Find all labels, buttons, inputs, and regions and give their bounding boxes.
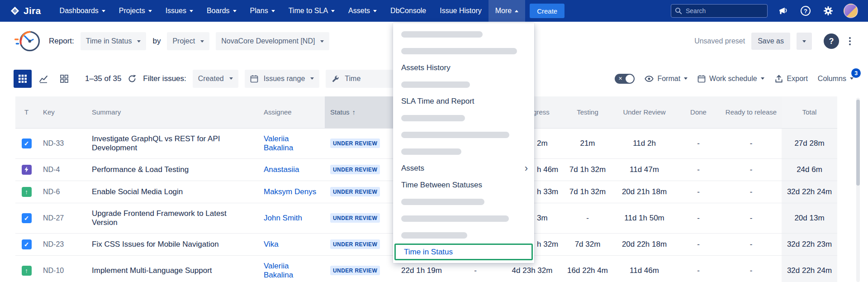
- more-options-button[interactable]: [845, 34, 854, 48]
- issue-summary: Enable Social Media Login: [86, 181, 258, 203]
- time-cell: -: [721, 158, 782, 181]
- grid-icon: [19, 75, 27, 83]
- create-button[interactable]: Create: [530, 4, 564, 18]
- group-by-select[interactable]: Project: [167, 32, 209, 50]
- menu-item-assets-history[interactable]: Assets History: [393, 59, 534, 76]
- menu-item-skeleton: [393, 110, 534, 126]
- filter-field-select[interactable]: Created: [193, 70, 238, 88]
- gear-icon: [823, 5, 834, 16]
- vertical-scrollbar[interactable]: [856, 98, 860, 282]
- work-schedule-button[interactable]: Work schedule: [697, 75, 764, 83]
- menu-item-label: SLA Time and Report: [401, 97, 474, 106]
- nav-item-assets[interactable]: Assets: [342, 0, 384, 22]
- column-header-testing[interactable]: Testing: [563, 96, 612, 128]
- issue-summary: Upgrade Frontend Framework to Latest Ver…: [86, 203, 258, 233]
- nav-item-issue-history[interactable]: Issue History: [433, 0, 488, 22]
- assignee-link[interactable]: Valeriia Bakalina: [264, 134, 293, 152]
- menu-item-label: Time Between Statuses: [401, 181, 482, 190]
- chevron-down-icon: [271, 10, 275, 12]
- assignee-link[interactable]: Maksym Denys: [264, 187, 316, 196]
- help-button[interactable]: ?: [798, 4, 813, 18]
- issue-type-cell: ↑: [15, 255, 38, 282]
- status-cell: UNDER REVIEW: [325, 128, 394, 158]
- time-cell: 7d 1h 32m: [563, 181, 612, 203]
- time-cell: -: [721, 203, 782, 233]
- column-header-summary[interactable]: Summary: [86, 96, 258, 128]
- chevron-up-icon: [515, 10, 518, 12]
- project-select[interactable]: NovaCore Development [ND]: [216, 32, 329, 50]
- chevron-down-icon: [310, 77, 314, 80]
- menu-item-sla-time-and-report[interactable]: SLA Time and Report: [393, 93, 534, 110]
- issue-key: ND-27: [38, 203, 86, 233]
- nav-item-boards[interactable]: Boards: [200, 0, 243, 22]
- nav-item-more[interactable]: More: [489, 0, 525, 22]
- column-header-total[interactable]: Total: [782, 96, 837, 128]
- menu-item-skeleton: [393, 227, 534, 244]
- column-header-key[interactable]: Key: [38, 96, 86, 128]
- project-value: NovaCore Development [ND]: [221, 37, 315, 45]
- nav-item-label: Dashboards: [60, 7, 99, 15]
- export-button[interactable]: Export: [774, 74, 808, 83]
- menu-item-skeleton: [393, 76, 534, 93]
- time-cell: -: [676, 181, 721, 203]
- menu-item-time-in-status[interactable]: Time in Status: [394, 244, 533, 260]
- column-header-done[interactable]: Done: [676, 96, 721, 128]
- chart-icon: [39, 74, 48, 83]
- nav-item-dashboards[interactable]: Dashboards: [53, 0, 112, 22]
- chart-view-button[interactable]: [34, 70, 52, 88]
- chevron-down-icon: [850, 77, 854, 80]
- format-button[interactable]: Format: [645, 74, 688, 83]
- view-toggle[interactable]: ×: [615, 74, 635, 84]
- assignee-link[interactable]: Valeriia Bakalina: [264, 262, 293, 279]
- lightning-shape: [24, 167, 29, 172]
- nav-item-issues[interactable]: Issues: [159, 0, 200, 22]
- nav-item-dbconsole[interactable]: DbConsole: [384, 0, 433, 22]
- time-cell: 11d 47m: [612, 158, 676, 181]
- report-type-select[interactable]: Time in Status: [81, 32, 147, 50]
- sort-ascending-icon: ↑: [352, 108, 356, 116]
- nav-item-plans[interactable]: Plans: [243, 0, 282, 22]
- column-header-assignee[interactable]: Assignee: [258, 96, 325, 128]
- report-logo-icon: [14, 27, 43, 56]
- settings-button[interactable]: [821, 4, 835, 18]
- save-as-button[interactable]: Save as: [751, 33, 790, 50]
- column-header-t[interactable]: T: [15, 96, 38, 128]
- columns-button[interactable]: Columns 3: [818, 75, 854, 83]
- menu-item-label: Time in Status: [404, 248, 453, 257]
- search-input[interactable]: [671, 4, 768, 18]
- assignee-link[interactable]: John Smith: [264, 214, 302, 222]
- jira-logo[interactable]: Jira: [10, 5, 41, 16]
- report-help-button[interactable]: ?: [824, 33, 839, 49]
- time-settings-button[interactable]: Time: [326, 70, 394, 88]
- column-header-status[interactable]: Status↑: [325, 96, 394, 128]
- column-header-label: Summary: [92, 108, 121, 116]
- assignee-link[interactable]: Vika: [264, 240, 279, 249]
- nav-item-projects[interactable]: Projects: [112, 0, 159, 22]
- pivot-view-button[interactable]: [55, 70, 73, 88]
- issue-key: ND-6: [38, 181, 86, 203]
- menu-item-time-between-statuses[interactable]: Time Between Statuses: [393, 177, 534, 193]
- column-header-ready-to-release[interactable]: Ready to release: [721, 96, 782, 128]
- issue-summary: Performance & Load Testing: [86, 158, 258, 181]
- assignee-link[interactable]: Anastasiia: [264, 165, 299, 174]
- filter-toolbar-right: × Format Work schedule: [615, 74, 854, 84]
- menu-item-assets[interactable]: Assets›: [393, 160, 534, 177]
- column-header-under-review[interactable]: Under Review: [612, 96, 676, 128]
- issue-type-cell: ✓: [15, 233, 38, 255]
- issues-range-button[interactable]: Issues range: [245, 70, 320, 88]
- time-cell: 11d 1h 50m: [612, 203, 676, 233]
- report-label: Report:: [49, 37, 74, 46]
- report-type-value: Time in Status: [86, 37, 132, 45]
- save-as-dropdown-button[interactable]: [797, 33, 812, 50]
- nav-item-time-to-sla[interactable]: Time to SLA: [282, 0, 342, 22]
- time-cell: -: [721, 181, 782, 203]
- column-header-label: Status: [330, 108, 350, 116]
- refresh-button[interactable]: [128, 74, 137, 83]
- issue-type-cell: ✓: [15, 128, 38, 158]
- announcement-button[interactable]: [776, 4, 790, 18]
- grid-view-button[interactable]: [14, 70, 32, 88]
- skeleton-bar: [401, 199, 484, 205]
- total-cell: 32d 22h 24m: [782, 255, 837, 282]
- user-avatar[interactable]: [844, 4, 858, 18]
- scrollbar-thumb[interactable]: [856, 100, 860, 186]
